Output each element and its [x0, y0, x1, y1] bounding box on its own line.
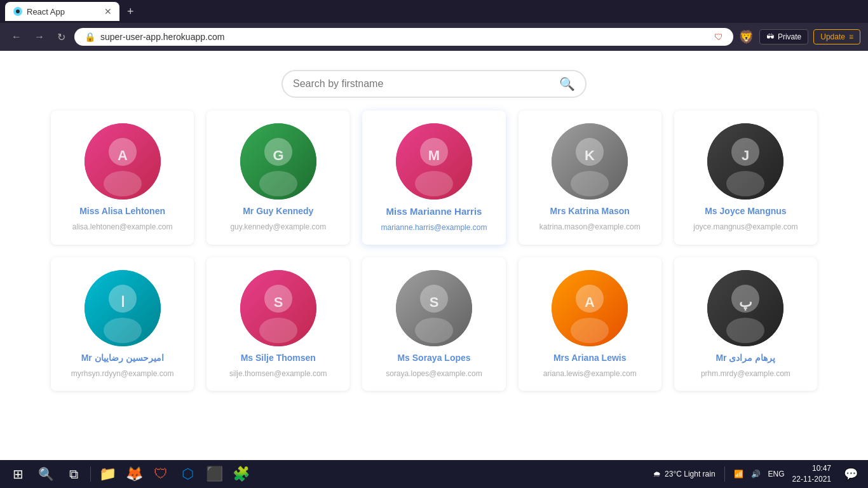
- weather-icon: 🌧: [653, 470, 661, 478]
- tab-close-button[interactable]: ✕: [104, 6, 112, 17]
- date-text: 22-11-2021: [792, 474, 831, 485]
- firefox-button[interactable]: 🦊: [121, 461, 147, 487]
- svg-text:J: J: [742, 147, 749, 163]
- card-name: Mrs Katrina Mason: [550, 206, 630, 216]
- notification-button[interactable]: 💬: [839, 464, 863, 484]
- user-card[interactable]: A Miss Alisa Lehtonenalisa.lehtonen@exam…: [51, 111, 194, 245]
- user-card[interactable]: ا Mr امیرحسین رضاییانmyrhsyn.rdyyn@examp…: [51, 257, 194, 391]
- avatar: J: [707, 123, 783, 200]
- puzzle-button[interactable]: 🧩: [228, 461, 254, 487]
- avatar: S: [396, 270, 472, 346]
- card-name: Miss Alisa Lehtonen: [79, 206, 165, 216]
- language-label: ENG: [768, 470, 785, 478]
- avatar: K: [552, 123, 628, 200]
- search-input[interactable]: [293, 78, 559, 90]
- svg-point-15: [415, 171, 453, 196]
- svg-point-10: [259, 171, 297, 196]
- card-email: prhm.mrdy@example.com: [701, 369, 790, 378]
- card-name: Mrs Ariana Lewis: [553, 353, 627, 363]
- svg-text:M: M: [428, 147, 440, 163]
- search-bar: 🔍: [281, 70, 587, 98]
- card-email: guy.kennedy@example.com: [230, 222, 326, 231]
- avatar: M: [396, 123, 472, 200]
- windows-icon: ⊞: [13, 466, 24, 482]
- svg-point-5: [104, 171, 142, 196]
- weather-text: 23°C Light rain: [665, 470, 715, 478]
- reload-button[interactable]: ↻: [53, 29, 69, 46]
- user-card[interactable]: G Mr Guy Kennedyguy.kennedy@example.com: [207, 111, 349, 245]
- search-icon: 🔍: [559, 76, 575, 92]
- glasses-icon: 🕶: [766, 32, 774, 41]
- svg-text:G: G: [273, 147, 283, 163]
- user-card[interactable]: S Ms Soraya Lopessoraya.lopes@example.co…: [362, 257, 505, 391]
- svg-text:K: K: [585, 147, 595, 163]
- svg-point-30: [104, 318, 142, 343]
- start-button[interactable]: ⊞: [5, 461, 31, 487]
- address-bar[interactable]: 🔒 super-user-app.herokuapp.com 🛡: [74, 28, 733, 46]
- back-button[interactable]: ←: [8, 29, 25, 45]
- forward-button[interactable]: →: [31, 29, 48, 45]
- search-section: 🔍: [0, 51, 868, 111]
- update-button[interactable]: Update ≡: [813, 29, 860, 44]
- browser-tab[interactable]: React App ✕: [5, 2, 119, 21]
- avatar: S: [240, 270, 316, 346]
- card-name: Miss Marianne Harris: [386, 206, 482, 217]
- svg-text:پ: پ: [739, 294, 752, 311]
- network-icon: 📶: [734, 470, 743, 478]
- card-name: Mr Guy Kennedy: [243, 206, 313, 216]
- user-card[interactable]: S Ms Silje Thomsensilje.thomsen@example.…: [207, 257, 349, 391]
- card-email: joyce.mangnus@example.com: [693, 222, 797, 231]
- avatar: A: [85, 123, 161, 200]
- svg-point-20: [571, 171, 609, 196]
- user-card[interactable]: M Miss Marianne Harrismarianne.harris@ex…: [362, 111, 505, 245]
- search-taskbar-button[interactable]: 🔍: [33, 461, 58, 487]
- tab-favicon: [13, 6, 23, 17]
- menu-icon: ≡: [849, 32, 853, 41]
- tab-title: React App: [27, 7, 99, 17]
- avatar: G: [240, 123, 316, 200]
- user-card[interactable]: K Mrs Katrina Masonkatrina.mason@example…: [519, 111, 661, 245]
- card-email: silje.thomsen@example.com: [229, 369, 327, 378]
- user-card[interactable]: A Mrs Ariana Lewisariana.lewis@example.c…: [519, 257, 661, 391]
- taskbar-search-icon: 🔍: [38, 466, 54, 482]
- svg-point-25: [726, 171, 764, 196]
- lock-icon: 🔒: [85, 32, 95, 42]
- card-name: Ms Silje Thomsen: [241, 353, 316, 363]
- card-email: marianne.harris@example.com: [381, 223, 487, 232]
- card-name: Mr پرهام مرادی: [715, 353, 775, 363]
- new-tab-button[interactable]: +: [122, 3, 139, 21]
- user-cards-grid: A Miss Alisa Lehtonenalisa.lehtonen@exam…: [0, 111, 868, 410]
- svg-text:A: A: [118, 147, 128, 163]
- card-email: myrhsyn.rdyyn@example.com: [71, 369, 174, 378]
- volume-icon: 🔊: [751, 470, 761, 478]
- vscode-button[interactable]: ⬡: [175, 461, 200, 487]
- svg-text:S: S: [430, 294, 439, 310]
- card-email: katrina.mason@example.com: [539, 222, 641, 231]
- notification-icon: 💬: [844, 468, 858, 480]
- card-name: Ms Soraya Lopes: [397, 353, 470, 363]
- file-explorer-icon: 📁: [99, 466, 116, 482]
- svg-text:S: S: [273, 294, 283, 310]
- card-email: soraya.lopes@example.com: [386, 369, 482, 378]
- user-card[interactable]: پ Mr پرهام مرادیprhm.mrdy@example.com: [674, 257, 817, 391]
- file-explorer-button[interactable]: 📁: [95, 461, 120, 487]
- brave-taskbar-button[interactable]: 🛡: [148, 461, 173, 487]
- firefox-icon: 🦊: [126, 466, 143, 482]
- time-text: 10:47: [792, 463, 831, 474]
- svg-point-40: [415, 318, 453, 343]
- taskbar-clock: 10:47 22-11-2021: [792, 463, 831, 485]
- terminal-icon: ⬛: [206, 466, 223, 482]
- task-view-button[interactable]: ⧉: [61, 461, 86, 487]
- svg-point-50: [726, 318, 764, 343]
- card-name: Mr امیرحسین رضاییان: [81, 353, 164, 363]
- brave-icon: 🦁: [738, 29, 754, 44]
- page-content: 🔍 A Miss Alisa Lehtonenal: [0, 51, 868, 460]
- taskbar-sep-2: [724, 466, 725, 482]
- user-card[interactable]: J Ms Joyce Mangnusjoyce.mangnus@example.…: [674, 111, 817, 245]
- url-text: super-user-app.herokuapp.com: [100, 32, 709, 42]
- terminal-button[interactable]: ⬛: [201, 461, 227, 487]
- avatar: A: [552, 270, 628, 346]
- svg-text:ا: ا: [121, 294, 125, 310]
- card-name: Ms Joyce Mangnus: [705, 206, 786, 216]
- avatar: پ: [707, 270, 783, 346]
